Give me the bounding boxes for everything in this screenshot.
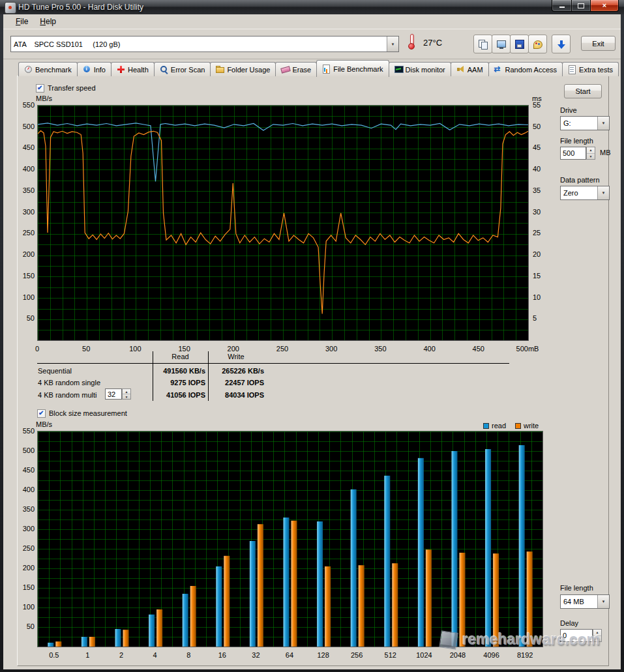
close-button[interactable] <box>590 0 619 12</box>
drive-label: Drive <box>560 106 577 114</box>
write-line <box>38 131 528 314</box>
chevron-down-icon[interactable] <box>387 37 398 51</box>
download-arrow-icon <box>556 39 567 50</box>
write-bar <box>359 565 364 647</box>
block-size-checkbox[interactable] <box>37 409 46 418</box>
read-column-header: Read <box>153 353 208 360</box>
axis-tick-label: 100 <box>19 603 35 611</box>
download-button[interactable] <box>552 35 571 53</box>
tab-error-scan[interactable]: Error Scan <box>154 62 211 76</box>
row-label-random-multi: 4 KB random multi <box>38 391 97 399</box>
tab-aam[interactable]: AAM <box>451 62 489 76</box>
menu-help[interactable]: Help <box>34 16 62 27</box>
axis-tick-label: 32 <box>239 651 273 659</box>
drive-select[interactable]: G: <box>560 116 610 130</box>
tab-label: Benchmark <box>35 66 72 74</box>
transfer-speed-checkbox[interactable] <box>36 84 44 93</box>
window-client-area: File Help ATA SPCC SSD101 (120 gB) 27°C … <box>3 14 621 669</box>
random-single-read-value: 9275 IOPS <box>151 379 205 387</box>
axis-tick-label: 30 <box>533 208 548 216</box>
sequential-read-value: 491560 KB/s <box>151 367 205 375</box>
tab-file-benchmark[interactable]: File Benchmark <box>316 60 389 77</box>
chevron-down-icon[interactable] <box>597 595 609 608</box>
title-bar: HD Tune Pro 5.00 - Hard Disk Utility <box>0 0 624 14</box>
write-legend-label: write <box>524 422 539 430</box>
tab-label: Folder Usage <box>227 66 270 74</box>
write-bar <box>224 556 230 647</box>
axis-tick-label: 350 <box>19 186 35 194</box>
benchmark-gauge-icon <box>24 65 33 74</box>
spin-up-icon[interactable] <box>587 147 595 154</box>
read-bar <box>149 615 155 647</box>
file-length-stepper[interactable] <box>586 147 595 160</box>
info-icon <box>83 65 91 74</box>
toolbar: ATA SPCC SSD101 (120 gB) 27°C Exit <box>3 29 621 59</box>
maximize-button[interactable] <box>572 0 590 12</box>
tab-info[interactable]: Info <box>77 62 111 76</box>
read-bar <box>48 643 53 647</box>
disk-monitor-icon <box>394 65 403 74</box>
copy-screenshot-button[interactable] <box>492 35 511 53</box>
axis-tick-label: 250 <box>19 544 35 552</box>
exit-button[interactable]: Exit <box>581 36 616 51</box>
read-bar <box>115 629 121 647</box>
save-screenshot-button[interactable] <box>510 35 529 53</box>
random-multi-read-value: 41056 IOPS <box>151 391 205 399</box>
axis-tick-label: 1024 <box>408 651 441 659</box>
tab-benchmark[interactable]: Benchmark <box>18 62 78 76</box>
read-bar <box>519 445 525 647</box>
options-button[interactable] <box>528 35 547 53</box>
axis-tick-label: 20 <box>533 250 548 258</box>
copy-image-button[interactable] <box>473 35 492 53</box>
tab-disk-monitor[interactable]: Disk monitor <box>389 62 451 76</box>
tab-health[interactable]: Health <box>111 62 155 76</box>
minimize-icon <box>559 7 565 8</box>
axis-tick-label: 400 <box>414 345 445 353</box>
file-length-unit: MB <box>600 149 611 156</box>
file-length-input[interactable] <box>560 147 586 160</box>
eraser-icon <box>281 65 290 74</box>
read-bar <box>384 476 390 647</box>
tab-folder-usage[interactable]: Folder Usage <box>210 62 276 76</box>
thread-count-stepper[interactable] <box>122 388 131 400</box>
thread-count-input[interactable] <box>105 388 122 400</box>
axis-tick-label: 16 <box>205 651 239 659</box>
read-legend-label: read <box>492 422 506 430</box>
axis-tick-label: 50 <box>19 622 35 630</box>
write-bar <box>190 586 196 647</box>
maximize-icon <box>578 3 584 8</box>
start-button[interactable]: Start <box>564 84 602 98</box>
tab-random-access[interactable]: Random Access <box>488 62 563 76</box>
watermark: remehardware.com <box>440 631 600 649</box>
chevron-down-icon[interactable] <box>597 186 609 199</box>
data-pattern-select[interactable]: Zero <box>560 186 610 200</box>
watermark-cube-icon <box>439 630 458 649</box>
minimize-button[interactable] <box>552 0 572 12</box>
tab-label: File Benchmark <box>333 65 383 73</box>
axis-tick-label: 300 <box>19 208 35 216</box>
file-length-label: File length <box>560 137 593 145</box>
write-column-header: Write <box>208 353 264 360</box>
axis-tick-label: 200 <box>218 345 249 353</box>
tab-erase[interactable]: Erase <box>275 62 317 76</box>
axis-tick-label: 550 <box>19 427 35 435</box>
menu-file[interactable]: File <box>10 16 34 27</box>
axis-tick-label: 300 <box>19 525 35 533</box>
random-single-write-value: 22457 IOPS <box>211 379 264 387</box>
device-select-value: ATA SPCC SSD101 (120 gB) <box>11 37 387 51</box>
spin-up-icon[interactable] <box>123 389 130 394</box>
chevron-down-icon[interactable] <box>597 117 609 130</box>
axis-tick-label: 2 <box>104 651 138 659</box>
read-bar <box>452 451 458 647</box>
block-file-length-select[interactable]: 64 MB <box>560 594 610 609</box>
axis-tick-label: 150 <box>19 272 35 280</box>
axis-tick-label: 40 <box>533 165 548 173</box>
spin-down-icon[interactable] <box>123 394 130 399</box>
data-pattern-label: Data pattern <box>560 176 600 184</box>
spin-down-icon[interactable] <box>587 154 595 160</box>
drive-select-value: G: <box>561 117 597 130</box>
temperature-label: 27°C <box>423 38 442 48</box>
axis-tick-label: 450 <box>463 345 494 353</box>
device-select[interactable]: ATA SPCC SSD101 (120 gB) <box>10 36 399 52</box>
tab-extra-tests[interactable]: Extra tests <box>562 62 619 76</box>
